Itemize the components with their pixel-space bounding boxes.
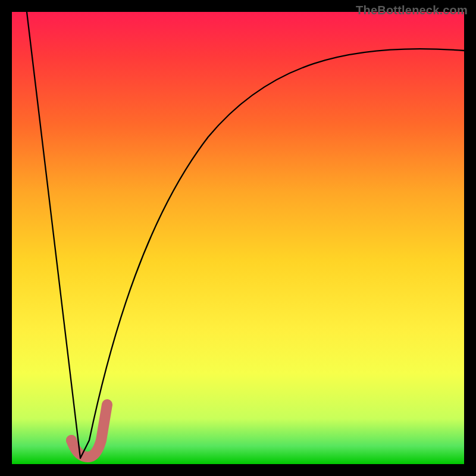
curve-layer [12, 12, 464, 464]
chart-container: TheBottleneck.com [0, 0, 476, 476]
watermark-text: TheBottleneck.com [356, 4, 468, 17]
plot-area [12, 12, 464, 464]
accent-j-dot [66, 435, 77, 446]
bottleneck-curve [27, 12, 464, 458]
